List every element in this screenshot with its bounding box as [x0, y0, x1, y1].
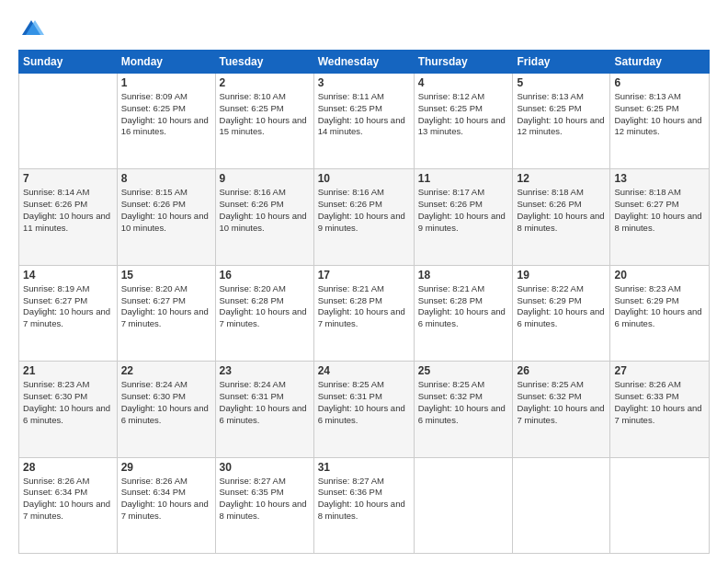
- calendar-week-row: 1Sunrise: 8:09 AMSunset: 6:25 PMDaylight…: [19, 74, 710, 169]
- calendar-cell: 7Sunrise: 8:14 AMSunset: 6:26 PMDaylight…: [19, 169, 118, 265]
- calendar-cell: 20Sunrise: 8:23 AMSunset: 6:29 PMDayligh…: [610, 265, 710, 361]
- calendar-cell: 30Sunrise: 8:27 AMSunset: 6:35 PMDayligh…: [215, 457, 313, 553]
- day-number: 31: [318, 461, 410, 474]
- col-header-tuesday: Tuesday: [215, 51, 313, 74]
- day-number: 12: [517, 172, 606, 185]
- day-info: Sunrise: 8:19 AMSunset: 6:27 PMDaylight:…: [23, 283, 113, 330]
- calendar-cell: 2Sunrise: 8:10 AMSunset: 6:25 PMDaylight…: [215, 74, 313, 169]
- day-info: Sunrise: 8:21 AMSunset: 6:28 PMDaylight:…: [418, 283, 509, 330]
- day-number: 18: [418, 269, 509, 282]
- calendar-cell: 29Sunrise: 8:26 AMSunset: 6:34 PMDayligh…: [117, 457, 215, 553]
- calendar-table: SundayMondayTuesdayWednesdayThursdayFrid…: [18, 50, 710, 554]
- day-info: Sunrise: 8:13 AMSunset: 6:25 PMDaylight:…: [517, 91, 606, 138]
- calendar-cell: 23Sunrise: 8:24 AMSunset: 6:31 PMDayligh…: [215, 362, 313, 457]
- calendar-cell: 27Sunrise: 8:26 AMSunset: 6:33 PMDayligh…: [610, 362, 710, 457]
- day-info: Sunrise: 8:26 AMSunset: 6:33 PMDaylight:…: [614, 379, 705, 426]
- calendar-cell: [610, 457, 710, 553]
- day-number: 30: [220, 461, 310, 474]
- day-number: 1: [121, 76, 211, 89]
- day-info: Sunrise: 8:27 AMSunset: 6:36 PMDaylight:…: [318, 476, 410, 523]
- day-info: Sunrise: 8:18 AMSunset: 6:26 PMDaylight:…: [517, 187, 606, 234]
- day-info: Sunrise: 8:21 AMSunset: 6:28 PMDaylight:…: [318, 283, 410, 330]
- calendar-cell: 24Sunrise: 8:25 AMSunset: 6:31 PMDayligh…: [313, 362, 414, 457]
- calendar-cell: 13Sunrise: 8:18 AMSunset: 6:27 PMDayligh…: [610, 169, 710, 265]
- day-number: 11: [418, 172, 509, 185]
- day-info: Sunrise: 8:14 AMSunset: 6:26 PMDaylight:…: [23, 187, 113, 234]
- day-info: Sunrise: 8:20 AMSunset: 6:27 PMDaylight:…: [121, 283, 211, 330]
- day-info: Sunrise: 8:23 AMSunset: 6:29 PMDaylight:…: [614, 283, 705, 330]
- day-number: 3: [318, 76, 410, 89]
- col-header-sunday: Sunday: [19, 51, 118, 74]
- day-number: 24: [318, 364, 410, 377]
- calendar-cell: 8Sunrise: 8:15 AMSunset: 6:26 PMDaylight…: [117, 169, 215, 265]
- day-number: 6: [614, 76, 705, 89]
- calendar-cell: 26Sunrise: 8:25 AMSunset: 6:32 PMDayligh…: [513, 362, 610, 457]
- day-number: 13: [614, 172, 705, 185]
- day-number: 25: [418, 364, 509, 377]
- day-number: 26: [517, 364, 606, 377]
- day-number: 7: [23, 172, 113, 185]
- calendar-cell: 11Sunrise: 8:17 AMSunset: 6:26 PMDayligh…: [414, 169, 513, 265]
- calendar-cell: 16Sunrise: 8:20 AMSunset: 6:28 PMDayligh…: [215, 265, 313, 361]
- logo-icon: [18, 17, 44, 42]
- day-number: 8: [121, 172, 211, 185]
- day-info: Sunrise: 8:20 AMSunset: 6:28 PMDaylight:…: [220, 283, 310, 330]
- day-info: Sunrise: 8:18 AMSunset: 6:27 PMDaylight:…: [614, 187, 705, 234]
- day-info: Sunrise: 8:22 AMSunset: 6:29 PMDaylight:…: [517, 283, 606, 330]
- page: SundayMondayTuesdayWednesdayThursdayFrid…: [0, 0, 728, 563]
- calendar-week-row: 14Sunrise: 8:19 AMSunset: 6:27 PMDayligh…: [19, 265, 710, 361]
- col-header-thursday: Thursday: [414, 51, 513, 74]
- day-number: 10: [318, 172, 410, 185]
- day-info: Sunrise: 8:24 AMSunset: 6:31 PMDaylight:…: [220, 379, 310, 426]
- day-info: Sunrise: 8:27 AMSunset: 6:35 PMDaylight:…: [220, 476, 310, 523]
- day-info: Sunrise: 8:26 AMSunset: 6:34 PMDaylight:…: [23, 476, 113, 523]
- col-header-saturday: Saturday: [610, 51, 710, 74]
- day-number: 9: [220, 172, 310, 185]
- day-info: Sunrise: 8:09 AMSunset: 6:25 PMDaylight:…: [121, 91, 211, 138]
- day-number: 14: [23, 269, 113, 282]
- day-info: Sunrise: 8:16 AMSunset: 6:26 PMDaylight:…: [220, 187, 310, 234]
- day-info: Sunrise: 8:26 AMSunset: 6:34 PMDaylight:…: [121, 476, 211, 523]
- day-number: 27: [614, 364, 705, 377]
- day-info: Sunrise: 8:13 AMSunset: 6:25 PMDaylight:…: [614, 91, 705, 138]
- calendar-cell: [513, 457, 610, 553]
- calendar-cell: [414, 457, 513, 553]
- day-number: 20: [614, 269, 705, 282]
- calendar-cell: 18Sunrise: 8:21 AMSunset: 6:28 PMDayligh…: [414, 265, 513, 361]
- day-info: Sunrise: 8:17 AMSunset: 6:26 PMDaylight:…: [418, 187, 509, 234]
- logo: [18, 17, 48, 42]
- calendar-cell: 25Sunrise: 8:25 AMSunset: 6:32 PMDayligh…: [414, 362, 513, 457]
- calendar-cell: 12Sunrise: 8:18 AMSunset: 6:26 PMDayligh…: [513, 169, 610, 265]
- day-number: 23: [220, 364, 310, 377]
- calendar-cell: 5Sunrise: 8:13 AMSunset: 6:25 PMDaylight…: [513, 74, 610, 169]
- day-number: 15: [121, 269, 211, 282]
- calendar-cell: 15Sunrise: 8:20 AMSunset: 6:27 PMDayligh…: [117, 265, 215, 361]
- day-info: Sunrise: 8:10 AMSunset: 6:25 PMDaylight:…: [220, 91, 310, 138]
- day-number: 5: [517, 76, 606, 89]
- day-info: Sunrise: 8:25 AMSunset: 6:32 PMDaylight:…: [517, 379, 606, 426]
- calendar-week-row: 7Sunrise: 8:14 AMSunset: 6:26 PMDaylight…: [19, 169, 710, 265]
- day-info: Sunrise: 8:11 AMSunset: 6:25 PMDaylight:…: [318, 91, 410, 138]
- day-info: Sunrise: 8:25 AMSunset: 6:32 PMDaylight:…: [418, 379, 509, 426]
- calendar-cell: 31Sunrise: 8:27 AMSunset: 6:36 PMDayligh…: [313, 457, 414, 553]
- calendar-cell: 9Sunrise: 8:16 AMSunset: 6:26 PMDaylight…: [215, 169, 313, 265]
- calendar-cell: 28Sunrise: 8:26 AMSunset: 6:34 PMDayligh…: [19, 457, 118, 553]
- day-info: Sunrise: 8:12 AMSunset: 6:25 PMDaylight:…: [418, 91, 509, 138]
- day-number: 28: [23, 461, 113, 474]
- calendar-header-row: SundayMondayTuesdayWednesdayThursdayFrid…: [19, 51, 710, 74]
- day-number: 29: [121, 461, 211, 474]
- col-header-friday: Friday: [513, 51, 610, 74]
- calendar-cell: 6Sunrise: 8:13 AMSunset: 6:25 PMDaylight…: [610, 74, 710, 169]
- day-info: Sunrise: 8:24 AMSunset: 6:30 PMDaylight:…: [121, 379, 211, 426]
- calendar-cell: 21Sunrise: 8:23 AMSunset: 6:30 PMDayligh…: [19, 362, 118, 457]
- calendar-week-row: 21Sunrise: 8:23 AMSunset: 6:30 PMDayligh…: [19, 362, 710, 457]
- col-header-monday: Monday: [117, 51, 215, 74]
- top-section: [18, 17, 710, 42]
- calendar-cell: 1Sunrise: 8:09 AMSunset: 6:25 PMDaylight…: [117, 74, 215, 169]
- day-number: 4: [418, 76, 509, 89]
- day-number: 21: [23, 364, 113, 377]
- calendar-cell: 22Sunrise: 8:24 AMSunset: 6:30 PMDayligh…: [117, 362, 215, 457]
- calendar-cell: 14Sunrise: 8:19 AMSunset: 6:27 PMDayligh…: [19, 265, 118, 361]
- calendar-cell: 19Sunrise: 8:22 AMSunset: 6:29 PMDayligh…: [513, 265, 610, 361]
- day-info: Sunrise: 8:15 AMSunset: 6:26 PMDaylight:…: [121, 187, 211, 234]
